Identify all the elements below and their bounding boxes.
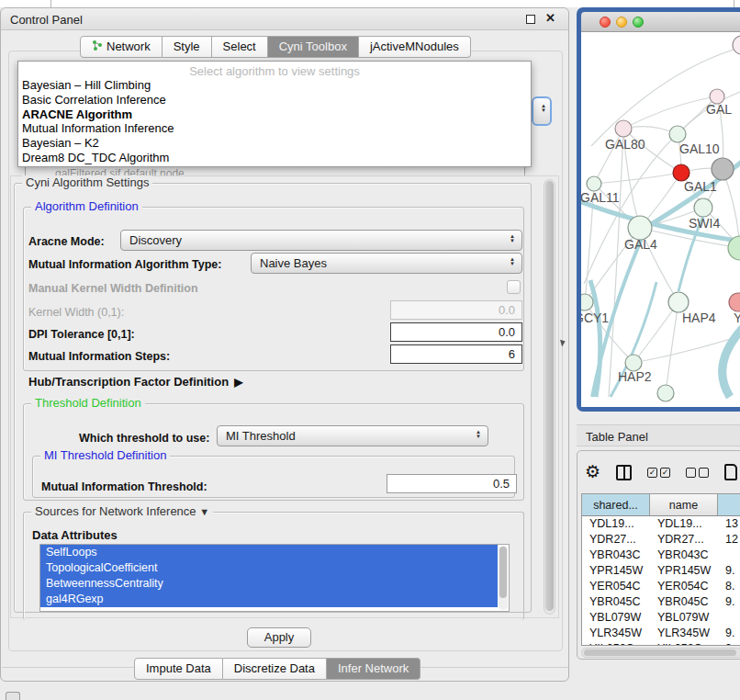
table-row[interactable]: YIL052CYIL052C9 bbox=[582, 641, 740, 646]
network-node[interactable] bbox=[733, 36, 740, 54]
scrollbar-thumb[interactable] bbox=[584, 649, 736, 656]
algorithm-option[interactable]: Basic Correlation Inference bbox=[18, 93, 531, 107]
table-row[interactable]: YPR145WYPR145W9. bbox=[582, 563, 740, 579]
table-cell: YDR27... bbox=[582, 532, 650, 548]
table-row[interactable]: YDL19...YDL19...13 bbox=[582, 516, 740, 532]
which-threshold-combobox[interactable]: MI Threshold ▲▼ bbox=[217, 425, 488, 446]
network-node-label: Y bbox=[734, 310, 740, 325]
algorithm-option[interactable]: Bayesian – K2 bbox=[18, 136, 531, 151]
network-canvas[interactable]: GAL80GALGAL10GAL1GAL11SWI4GAL4GCY1HAP4YH… bbox=[581, 32, 740, 407]
algorithm-option[interactable]: Bayesian – Hill Climbing bbox=[18, 78, 531, 93]
table-horizontal-scrollbar[interactable] bbox=[581, 648, 740, 658]
float-window-icon[interactable] bbox=[526, 15, 535, 24]
algorithm-option[interactable]: Mutual Information Inference bbox=[18, 121, 531, 136]
apply-button[interactable]: Apply bbox=[247, 627, 311, 648]
network-node-swi4[interactable] bbox=[694, 198, 712, 217]
tab-label: Network bbox=[107, 40, 151, 53]
table-cell: 9 bbox=[718, 641, 740, 646]
tab-jactivemnodules[interactable]: jActiveMNodules bbox=[359, 36, 471, 58]
settings-vertical-scrollbar[interactable] bbox=[544, 179, 555, 615]
manual-kernel-width-checkbox[interactable] bbox=[507, 280, 521, 294]
which-threshold-label: Which threshold to use: bbox=[79, 432, 209, 445]
column-header[interactable]: name bbox=[650, 494, 718, 515]
kernel-width-field[interactable]: 0.0 bbox=[390, 300, 522, 320]
table-row[interactable]: YBR045CYBR045C9. bbox=[582, 594, 740, 610]
table-row[interactable]: YBR043CYBR043C bbox=[582, 548, 740, 563]
network-node-hap4[interactable] bbox=[668, 292, 689, 312]
scrollbar-thumb[interactable] bbox=[545, 181, 554, 611]
table-cell: 12 bbox=[718, 532, 740, 548]
aracne-mode-combobox[interactable]: Discovery ▲▼ bbox=[120, 230, 522, 251]
tab-label: Infer Network bbox=[338, 661, 409, 675]
tab-network[interactable]: Network bbox=[80, 36, 163, 58]
network-node-gal10[interactable] bbox=[669, 126, 686, 142]
table-cell: YBR043C bbox=[650, 548, 718, 563]
data-attributes-label: Data Attributes bbox=[32, 528, 118, 542]
unchecked-columns-icon[interactable] bbox=[686, 468, 709, 478]
tab-label: Cyni Toolbox bbox=[279, 40, 347, 53]
network-node-label: HAP4 bbox=[682, 310, 716, 325]
network-node-gcy1[interactable] bbox=[581, 294, 593, 310]
close-icon[interactable]: ✕ bbox=[545, 11, 555, 25]
column-header[interactable]: shared... bbox=[582, 494, 650, 515]
network-node-gal80[interactable] bbox=[615, 120, 632, 137]
network-node-label: GAL4 bbox=[624, 237, 657, 252]
close-red-icon[interactable] bbox=[600, 17, 611, 28]
table-row[interactable]: YLR345WYLR345W9. bbox=[582, 626, 740, 641]
mi-algorithm-type-combobox[interactable]: Naive Bayes ▲▼ bbox=[251, 253, 522, 274]
table-cell: YBR043C bbox=[582, 548, 650, 563]
checked-columns-icon[interactable]: ✓✓ bbox=[647, 468, 670, 478]
table-cell: YPR145W bbox=[582, 563, 650, 579]
mi-steps-field[interactable]: 6 bbox=[390, 344, 522, 364]
node-attribute-table[interactable]: shared...nameA YDL19...YDL19...13YDR27..… bbox=[581, 493, 740, 646]
minimize-yellow-icon[interactable] bbox=[616, 17, 627, 28]
data-attributes-list[interactable]: SelfLoopsTopologicalCoefficientBetweenne… bbox=[39, 544, 510, 612]
tab-infer-network[interactable]: Infer Network bbox=[327, 658, 420, 680]
tab-impute-data[interactable]: Impute Data bbox=[134, 658, 223, 680]
gear-icon[interactable]: ⚙ bbox=[585, 463, 600, 481]
network-window-titlebar[interactable] bbox=[581, 12, 740, 32]
sources-title: Sources for Network Inference ▼ bbox=[31, 504, 213, 518]
mi-algorithm-type-value: Naive Bayes bbox=[260, 256, 327, 270]
table-row[interactable]: YBL079WYBL079W bbox=[582, 610, 740, 626]
attribute-item[interactable]: SelfLoops bbox=[40, 545, 498, 560]
zoom-green-icon[interactable] bbox=[633, 17, 644, 28]
algorithm-dropdown-list: Bayesian – Hill ClimbingBasic Correlatio… bbox=[18, 78, 531, 165]
network-node-label: GAL80 bbox=[605, 137, 645, 152]
tab-label: Select bbox=[223, 40, 256, 53]
collapsed-arrow-icon: ▶ bbox=[234, 376, 242, 389]
algorithm-option[interactable]: Dream8 DC_TDC Algorithm bbox=[18, 151, 531, 165]
network-node-gal11[interactable] bbox=[587, 176, 601, 191]
attributes-scrollbar[interactable] bbox=[499, 546, 508, 610]
algorithm-option[interactable]: ARACNE Algorithm bbox=[18, 107, 531, 122]
table-cell: YBR045C bbox=[650, 594, 718, 610]
tab-cyni-toolbox[interactable]: Cyni Toolbox bbox=[268, 36, 359, 58]
tab-select[interactable]: Select bbox=[212, 36, 268, 58]
attribute-item[interactable]: BetweennessCentrality bbox=[40, 576, 498, 592]
network-node[interactable] bbox=[657, 385, 674, 401]
tab-style[interactable]: Style bbox=[163, 36, 212, 58]
network-node-y[interactable] bbox=[729, 293, 740, 311]
manual-kernel-width-label: Manual Kernel Width Definition bbox=[28, 282, 198, 295]
tab-discretize-data[interactable]: Discretize Data bbox=[223, 658, 327, 680]
network-node[interactable] bbox=[712, 158, 734, 180]
scrollbar-thumb[interactable] bbox=[499, 547, 507, 598]
mi-threshold-field[interactable]: 0.5 bbox=[387, 474, 517, 493]
network-edge[interactable] bbox=[609, 129, 623, 397]
network-edge[interactable] bbox=[723, 328, 740, 397]
table-row[interactable]: YDR27...YDR27...12 bbox=[582, 532, 740, 548]
hub-transcription-factor-toggle[interactable]: Hub/Transcription Factor Definition▶ bbox=[28, 375, 242, 389]
dpi-tolerance-field[interactable]: 0.0 bbox=[390, 322, 522, 342]
focused-stepper-control[interactable]: ▲▼ bbox=[532, 96, 552, 126]
attribute-item[interactable]: TopologicalCoefficient bbox=[40, 560, 498, 576]
grid-icon[interactable] bbox=[6, 692, 20, 700]
table-cell: YBL079W bbox=[650, 610, 718, 626]
network-edge[interactable] bbox=[666, 302, 678, 393]
table-cell: YBL079W bbox=[582, 610, 650, 626]
document-icon[interactable] bbox=[724, 464, 737, 480]
split-columns-icon[interactable] bbox=[616, 465, 632, 480]
column-header[interactable]: A bbox=[718, 494, 740, 515]
control-panel-title: Control Panel bbox=[10, 13, 83, 27]
attribute-item[interactable]: gal4RGexp bbox=[40, 592, 498, 607]
table-row[interactable]: YER054CYER054C8. bbox=[582, 579, 740, 594]
